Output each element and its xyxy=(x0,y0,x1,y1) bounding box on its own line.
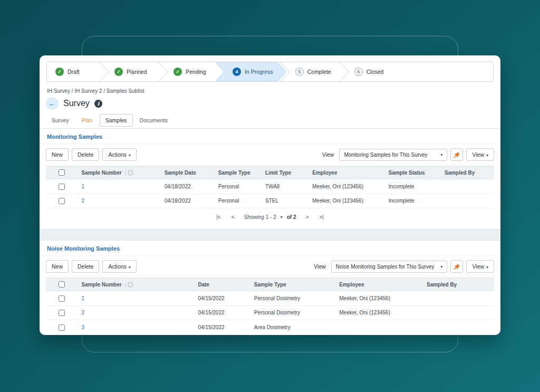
table-cell: Personal Dosimetry xyxy=(250,305,335,320)
view-label: View xyxy=(322,151,334,158)
table-row: 104/15/2022Personal DosimetryMeeker, Oni… xyxy=(46,291,494,305)
row-checkbox[interactable] xyxy=(59,310,65,316)
column-header-sample-type[interactable]: Sample Type xyxy=(214,166,261,179)
select-all-checkbox[interactable] xyxy=(59,169,65,176)
table-cell: Meeker, Oni (123456) xyxy=(335,291,422,305)
view-select-value: Noise Monitoring Samples for This Survey xyxy=(336,264,435,270)
title-row: ← Survey i xyxy=(40,95,500,113)
back-button[interactable]: ← xyxy=(46,97,59,110)
view-menu-button[interactable]: View▾ xyxy=(466,260,494,273)
column-header-employee[interactable]: Employee xyxy=(308,166,384,179)
pin-view-button[interactable] xyxy=(450,260,463,273)
first-page-button[interactable]: |< xyxy=(215,214,221,220)
view-menu-label: View xyxy=(472,151,484,158)
row-checkbox-cell xyxy=(46,179,78,194)
column-header-date[interactable]: Date xyxy=(194,278,250,291)
delete-button[interactable]: Delete xyxy=(72,148,99,161)
caret-down-icon: ▾ xyxy=(486,153,488,158)
sort-order-icon xyxy=(128,282,133,287)
view-menu-button[interactable]: View▾ xyxy=(466,148,494,161)
column-header-limit-type[interactable]: Limit Type xyxy=(261,166,308,179)
table-cell: Incomplete xyxy=(384,194,440,208)
section-title: Noise Monitoring Samples xyxy=(40,241,500,256)
section-title: Monitoring Samples xyxy=(40,129,500,144)
new-button[interactable]: New xyxy=(46,148,69,161)
breadcrumb[interactable]: IH Survey / IH Survey 2 / Samples Sublis… xyxy=(40,82,500,95)
actions-label: Actions xyxy=(108,263,126,270)
table-cell: 04/15/2022 xyxy=(194,320,250,334)
step-closed[interactable]: 6Closed xyxy=(346,62,397,81)
table-container: Sample Number↑DateSample TypeEmployeeSam… xyxy=(46,278,494,334)
tab-plan[interactable]: Plan xyxy=(76,114,99,127)
column-header-sample-status[interactable]: Sample Status xyxy=(384,166,440,179)
table-cell xyxy=(440,179,494,194)
column-header-sampled-by[interactable]: Sampled By xyxy=(440,166,494,179)
column-header-sample-date[interactable]: Sample Date xyxy=(160,166,214,179)
sort-ascending-icon: ↑ xyxy=(124,282,127,288)
tab-bar: SurveyPlanSamplesDocuments xyxy=(40,113,500,129)
sample-number-link[interactable]: 1 xyxy=(82,184,85,189)
table-header-row: Sample Number↑Sample DateSample TypeLimi… xyxy=(46,166,494,179)
caret-down-icon: ▾ xyxy=(281,215,283,219)
column-header-sample-type[interactable]: Sample Type xyxy=(250,278,335,291)
table-cell: Meeker, Oni (123456) xyxy=(335,305,422,320)
sample-number-link[interactable]: 2 xyxy=(82,198,85,204)
actions-label: Actions xyxy=(108,151,126,158)
table-row: 204/15/2022Personal DosimetryMeeker, Oni… xyxy=(46,305,494,320)
row-checkbox-cell xyxy=(46,320,78,334)
actions-menu-button[interactable]: Actions▾ xyxy=(102,260,136,273)
row-checkbox[interactable] xyxy=(59,184,65,190)
app-window: ✓Draft✓Planned✓Pending4In Progress5Compl… xyxy=(40,55,500,335)
table-cell: Meeker, Oni (123456) xyxy=(308,194,384,208)
view-label: View xyxy=(314,263,326,270)
new-button[interactable]: New xyxy=(46,260,69,273)
tab-samples[interactable]: Samples xyxy=(100,114,133,127)
table-row: 104/18/2022PersonalTWA8Meeker, Oni (1234… xyxy=(46,179,494,194)
section-divider xyxy=(40,229,500,241)
step-chevron-separator xyxy=(157,62,165,81)
tab-documents[interactable]: Documents xyxy=(134,114,173,127)
pushpin-icon xyxy=(454,151,460,158)
back-arrow-icon: ← xyxy=(49,100,56,107)
step-complete[interactable]: 5Complete xyxy=(287,62,338,81)
step-number-badge: 6 xyxy=(354,68,363,76)
row-checkbox-cell xyxy=(46,305,78,320)
table-cell xyxy=(335,320,422,334)
select-all-checkbox[interactable] xyxy=(59,281,65,288)
column-header-sampled-by[interactable]: Sampled By xyxy=(422,278,494,291)
last-page-button[interactable]: >| xyxy=(318,214,324,220)
table-cell: 04/15/2022 xyxy=(194,305,250,320)
select-all-column xyxy=(46,166,78,179)
workflow-stepper: ✓Draft✓Planned✓Pending4In Progress5Compl… xyxy=(46,62,494,82)
sample-number-link[interactable]: 1 xyxy=(82,295,85,301)
table-cell: 04/18/2022 xyxy=(160,194,214,208)
sample-number-cell: 1 xyxy=(78,179,160,194)
row-checkbox[interactable] xyxy=(59,295,65,302)
previous-page-button[interactable]: < xyxy=(230,214,236,220)
monitoring-samples-table: Sample Number↑Sample DateSample TypeLimi… xyxy=(46,166,494,208)
sample-number-cell: 3 xyxy=(78,320,194,334)
pagination: |< < Showing 1 - 2 ▾ of 2 > >| xyxy=(40,208,500,227)
tab-survey[interactable]: Survey xyxy=(46,114,75,127)
column-header-sample-number[interactable]: Sample Number↑ xyxy=(78,166,160,179)
sample-number-link[interactable]: 2 xyxy=(82,310,85,315)
column-header-sample-number[interactable]: Sample Number↑ xyxy=(78,278,194,291)
delete-button[interactable]: Delete xyxy=(72,260,99,273)
sample-number-link[interactable]: 3 xyxy=(82,324,85,330)
info-icon[interactable]: i xyxy=(94,100,102,108)
view-select[interactable]: Noise Monitoring Samples for This Survey… xyxy=(331,261,448,273)
row-checkbox[interactable] xyxy=(59,324,65,331)
pushpin-icon xyxy=(454,263,460,270)
sort-ascending-icon: ↑ xyxy=(124,170,127,176)
row-checkbox[interactable] xyxy=(59,198,65,204)
next-page-button[interactable]: > xyxy=(304,214,310,220)
view-select[interactable]: Monitoring Samples for This Survey ▾ xyxy=(339,149,447,161)
actions-menu-button[interactable]: Actions▾ xyxy=(102,148,136,161)
pin-view-button[interactable] xyxy=(450,148,463,161)
step-check-icon: ✓ xyxy=(55,68,64,76)
caret-down-icon: ▾ xyxy=(440,152,442,157)
step-in-progress[interactable]: 4In Progress xyxy=(217,62,286,81)
column-header-employee[interactable]: Employee xyxy=(335,278,422,291)
page-range-dropdown[interactable]: Showing 1 - 2 ▾ of 2 xyxy=(244,214,296,220)
step-label: Complete xyxy=(307,69,331,75)
